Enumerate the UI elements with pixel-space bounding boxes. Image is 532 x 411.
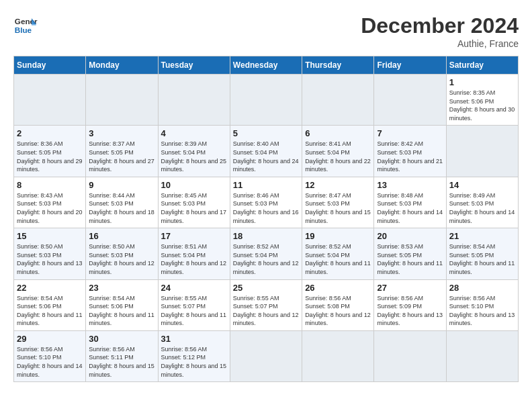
- day-number: 22: [17, 283, 83, 293]
- calendar-cell: [374, 330, 446, 381]
- calendar-cell: 6Sunrise: 8:41 AMSunset: 5:04 PMDaylight…: [302, 126, 374, 177]
- day-number: 21: [449, 231, 515, 241]
- calendar-cell: 26Sunrise: 8:56 AMSunset: 5:08 PMDayligh…: [302, 279, 374, 330]
- page-header: General Blue December 2024 Authie, Franc…: [13, 13, 519, 49]
- weekday-header: Sunday: [14, 56, 86, 75]
- day-info: Sunrise: 8:40 AMSunset: 5:04 PMDaylight:…: [233, 140, 299, 173]
- calendar-cell: 2Sunrise: 8:36 AMSunset: 5:05 PMDaylight…: [14, 126, 86, 177]
- calendar-cell: 29Sunrise: 8:56 AMSunset: 5:10 PMDayligh…: [14, 330, 86, 381]
- day-number: 13: [377, 180, 443, 190]
- calendar-cell: [446, 126, 518, 177]
- weekday-header: Saturday: [446, 56, 518, 75]
- day-info: Sunrise: 8:55 AMSunset: 5:07 PMDaylight:…: [161, 294, 227, 328]
- calendar-cell: 24Sunrise: 8:55 AMSunset: 5:07 PMDayligh…: [158, 279, 230, 330]
- calendar-cell: 7Sunrise: 8:42 AMSunset: 5:03 PMDaylight…: [374, 126, 446, 177]
- calendar-cell: [14, 75, 86, 126]
- day-info: Sunrise: 8:51 AMSunset: 5:04 PMDaylight:…: [161, 242, 227, 276]
- calendar-cell: 22Sunrise: 8:54 AMSunset: 5:06 PMDayligh…: [14, 279, 86, 330]
- day-number: 7: [377, 128, 443, 138]
- day-number: 12: [305, 180, 371, 190]
- weekday-header: Friday: [374, 56, 446, 75]
- day-number: 24: [161, 283, 227, 293]
- title-block: December 2024 Authie, France: [361, 13, 519, 49]
- calendar-cell: [158, 75, 230, 126]
- calendar-cell: 10Sunrise: 8:45 AMSunset: 5:03 PMDayligh…: [158, 177, 230, 228]
- calendar-cell: 27Sunrise: 8:56 AMSunset: 5:09 PMDayligh…: [374, 279, 446, 330]
- calendar-cell: 3Sunrise: 8:37 AMSunset: 5:05 PMDaylight…: [86, 126, 158, 177]
- calendar-cell: 20Sunrise: 8:53 AMSunset: 5:05 PMDayligh…: [374, 228, 446, 279]
- calendar-cell: 19Sunrise: 8:52 AMSunset: 5:04 PMDayligh…: [302, 228, 374, 279]
- calendar-cell: 21Sunrise: 8:54 AMSunset: 5:05 PMDayligh…: [446, 228, 518, 279]
- day-number: 3: [89, 128, 154, 138]
- day-info: Sunrise: 8:47 AMSunset: 5:03 PMDaylight:…: [305, 191, 371, 225]
- day-number: 10: [161, 180, 227, 190]
- day-info: Sunrise: 8:56 AMSunset: 5:11 PMDaylight:…: [89, 345, 154, 379]
- day-info: Sunrise: 8:45 AMSunset: 5:03 PMDaylight:…: [161, 191, 227, 225]
- day-number: 9: [89, 180, 154, 190]
- day-number: 15: [17, 231, 83, 241]
- calendar-cell: [374, 75, 446, 126]
- calendar-week: 15Sunrise: 8:50 AMSunset: 5:03 PMDayligh…: [14, 228, 519, 279]
- calendar-week: 29Sunrise: 8:56 AMSunset: 5:10 PMDayligh…: [14, 330, 519, 381]
- day-number: 25: [233, 283, 299, 293]
- day-info: Sunrise: 8:54 AMSunset: 5:06 PMDaylight:…: [89, 294, 154, 328]
- location-subtitle: Authie, France: [361, 38, 519, 49]
- calendar-week: 22Sunrise: 8:54 AMSunset: 5:06 PMDayligh…: [14, 279, 519, 330]
- day-number: 26: [305, 283, 371, 293]
- calendar-cell: 15Sunrise: 8:50 AMSunset: 5:03 PMDayligh…: [14, 228, 86, 279]
- day-number: 29: [17, 334, 83, 344]
- calendar-cell: 13Sunrise: 8:48 AMSunset: 5:03 PMDayligh…: [374, 177, 446, 228]
- calendar-cell: [86, 75, 158, 126]
- calendar-header: SundayMondayTuesdayWednesdayThursdayFrid…: [14, 56, 519, 75]
- calendar-cell: 31Sunrise: 8:56 AMSunset: 5:12 PMDayligh…: [158, 330, 230, 381]
- day-number: 31: [161, 334, 227, 344]
- day-number: 4: [161, 128, 227, 138]
- calendar-week: 8Sunrise: 8:43 AMSunset: 5:03 PMDaylight…: [14, 177, 519, 228]
- day-info: Sunrise: 8:52 AMSunset: 5:04 PMDaylight:…: [233, 242, 299, 276]
- day-info: Sunrise: 8:43 AMSunset: 5:03 PMDaylight:…: [17, 191, 83, 225]
- day-number: 2: [17, 128, 83, 138]
- calendar-cell: 9Sunrise: 8:44 AMSunset: 5:03 PMDaylight…: [86, 177, 158, 228]
- weekday-header: Monday: [86, 56, 158, 75]
- calendar-cell: 18Sunrise: 8:52 AMSunset: 5:04 PMDayligh…: [230, 228, 302, 279]
- logo: General Blue: [13, 13, 38, 38]
- day-info: Sunrise: 8:52 AMSunset: 5:04 PMDaylight:…: [305, 242, 371, 276]
- month-title: December 2024: [361, 13, 519, 38]
- day-info: Sunrise: 8:48 AMSunset: 5:03 PMDaylight:…: [377, 191, 443, 225]
- day-info: Sunrise: 8:42 AMSunset: 5:03 PMDaylight:…: [377, 140, 443, 173]
- day-number: 6: [305, 128, 371, 138]
- calendar-cell: [302, 330, 374, 381]
- day-info: Sunrise: 8:35 AMSunset: 5:06 PMDaylight:…: [449, 89, 515, 122]
- day-number: 27: [377, 283, 443, 293]
- svg-text:Blue: Blue: [15, 26, 32, 34]
- day-info: Sunrise: 8:49 AMSunset: 5:03 PMDaylight:…: [449, 191, 515, 225]
- day-number: 18: [233, 231, 299, 241]
- day-info: Sunrise: 8:55 AMSunset: 5:07 PMDaylight:…: [233, 294, 299, 328]
- day-number: 17: [161, 231, 227, 241]
- day-number: 19: [305, 231, 371, 241]
- calendar-cell: [302, 75, 374, 126]
- day-info: Sunrise: 8:50 AMSunset: 5:03 PMDaylight:…: [89, 242, 154, 276]
- day-info: Sunrise: 8:56 AMSunset: 5:12 PMDaylight:…: [161, 345, 227, 379]
- day-number: 28: [449, 283, 515, 293]
- calendar-week: 1Sunrise: 8:35 AMSunset: 5:06 PMDaylight…: [14, 75, 519, 126]
- day-info: Sunrise: 8:36 AMSunset: 5:05 PMDaylight:…: [17, 140, 83, 173]
- calendar-cell: 16Sunrise: 8:50 AMSunset: 5:03 PMDayligh…: [86, 228, 158, 279]
- day-info: Sunrise: 8:44 AMSunset: 5:03 PMDaylight:…: [89, 191, 154, 225]
- day-number: 20: [377, 231, 443, 241]
- day-info: Sunrise: 8:37 AMSunset: 5:05 PMDaylight:…: [89, 140, 154, 173]
- day-info: Sunrise: 8:56 AMSunset: 5:10 PMDaylight:…: [17, 345, 83, 379]
- calendar-week: 2Sunrise: 8:36 AMSunset: 5:05 PMDaylight…: [14, 126, 519, 177]
- calendar-table: SundayMondayTuesdayWednesdayThursdayFrid…: [13, 56, 519, 382]
- calendar-cell: 1Sunrise: 8:35 AMSunset: 5:06 PMDaylight…: [446, 75, 518, 126]
- day-number: 8: [17, 180, 83, 190]
- calendar-cell: 12Sunrise: 8:47 AMSunset: 5:03 PMDayligh…: [302, 177, 374, 228]
- calendar-cell: 11Sunrise: 8:46 AMSunset: 5:03 PMDayligh…: [230, 177, 302, 228]
- logo-icon: General Blue: [13, 13, 38, 38]
- weekday-header: Wednesday: [230, 56, 302, 75]
- calendar-cell: [446, 330, 518, 381]
- calendar-cell: 28Sunrise: 8:56 AMSunset: 5:10 PMDayligh…: [446, 279, 518, 330]
- calendar-cell: 23Sunrise: 8:54 AMSunset: 5:06 PMDayligh…: [86, 279, 158, 330]
- day-info: Sunrise: 8:53 AMSunset: 5:05 PMDaylight:…: [377, 242, 443, 276]
- calendar-cell: 17Sunrise: 8:51 AMSunset: 5:04 PMDayligh…: [158, 228, 230, 279]
